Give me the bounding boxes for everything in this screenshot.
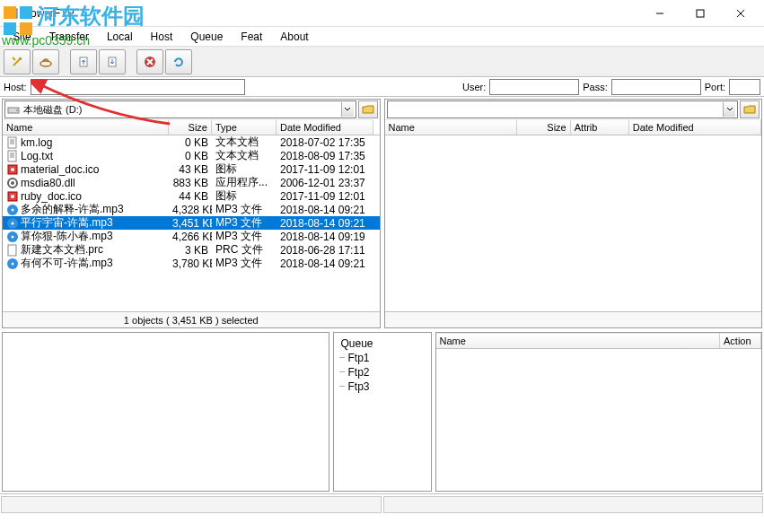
local-path-text: 本地磁盘 (D:) (23, 103, 341, 117)
menu-host[interactable]: Host (142, 29, 182, 45)
file-icon (6, 244, 19, 257)
file-date: 2018-08-14 09:19 (277, 231, 373, 243)
col-date[interactable]: Date Modified (277, 119, 373, 135)
menubar: Site Transfer Local Host Queue Feat Abou… (0, 27, 764, 47)
file-row[interactable]: msdia80.dll883 KB应用程序...2006-12-01 23:37 (3, 176, 380, 189)
local-browse-button[interactable] (358, 100, 378, 118)
col-type[interactable]: Type (212, 119, 277, 135)
file-name: 有何不可-许嵩.mp3 (21, 256, 113, 271)
remote-file-list[interactable] (385, 135, 762, 311)
file-row[interactable]: 多余的解释-许嵩.mp34,328 KBMP3 文件2018-08-14 09:… (3, 203, 380, 216)
user-input[interactable] (489, 79, 579, 95)
file-row[interactable]: 平行宇宙-许嵩.mp33,451 KBMP3 文件2018-08-14 09:2… (3, 216, 380, 230)
tree-root[interactable]: Queue (338, 336, 427, 351)
port-label: Port: (705, 82, 725, 92)
svg-rect-18 (8, 137, 16, 148)
file-row[interactable]: 算你狠-陈小春.mp34,266 KBMP3 文件2018-08-14 09:1… (3, 230, 380, 243)
tree-item[interactable]: Ftp3 (338, 379, 427, 394)
file-name: ruby_doc.ico (21, 190, 82, 203)
disconnect-button[interactable] (32, 49, 59, 74)
svg-point-29 (11, 181, 14, 185)
file-icon (6, 190, 19, 203)
local-status: 1 objects ( 3,451 KB ) selected (3, 311, 380, 327)
file-size: 3,780 KB (169, 257, 212, 270)
local-path-combo[interactable]: 本地磁盘 (D:) (4, 100, 356, 118)
file-size: 3,451 KB (169, 217, 212, 230)
file-date: 2018-08-14 09:21 (277, 204, 373, 216)
file-row[interactable]: Log.txt0 KB文本文档2018-08-09 17:35 (3, 149, 380, 162)
close-button[interactable] (720, 1, 760, 26)
file-row[interactable]: km.log0 KB文本文档2018-07-02 17:35 (3, 135, 380, 149)
user-label: User: (462, 82, 486, 92)
menu-local[interactable]: Local (98, 29, 142, 45)
file-row[interactable]: material_doc.ico43 KB图标2017-11-09 12:01 (3, 162, 380, 176)
port-input[interactable] (729, 79, 760, 95)
col-name[interactable]: Name (385, 119, 517, 135)
file-icon (6, 136, 19, 149)
col-attrib[interactable]: Attrib (571, 119, 629, 135)
col-date[interactable]: Date Modified (629, 119, 761, 135)
svg-point-27 (11, 168, 14, 171)
file-size: 3 KB (169, 244, 212, 257)
local-file-list[interactable]: km.log0 KB文本文档2018-07-02 17:35Log.txt0 K… (3, 135, 380, 311)
file-date: 2018-06-28 17:11 (277, 244, 373, 257)
host-label: Host: (4, 82, 27, 92)
file-date: 2017-11-09 12:01 (277, 163, 373, 176)
col-action[interactable]: Action (720, 333, 761, 348)
tree-item[interactable]: Ftp2 (338, 365, 427, 379)
svg-rect-5 (6, 11, 15, 13)
file-icon (6, 150, 19, 162)
svg-point-40 (12, 262, 14, 265)
file-date: 2006-12-01 23:37 (277, 177, 373, 189)
minimize-button[interactable] (639, 1, 680, 26)
stop-button[interactable] (136, 49, 163, 74)
window-title: PowerFTP (23, 7, 639, 20)
pass-label: Pass: (583, 82, 608, 92)
svg-point-37 (12, 235, 14, 238)
file-icon (6, 217, 19, 230)
file-name: Log.txt (21, 150, 53, 162)
menu-about[interactable]: About (271, 29, 317, 45)
maximize-button[interactable] (680, 1, 720, 26)
remote-path-combo[interactable] (387, 100, 739, 118)
queue-list[interactable] (436, 349, 762, 491)
drive-icon (7, 104, 20, 115)
pass-input[interactable] (611, 79, 701, 95)
remote-browse-button[interactable] (740, 100, 760, 118)
menu-transfer[interactable]: Transfer (40, 29, 98, 45)
svg-point-35 (12, 222, 14, 224)
download-button[interactable] (99, 49, 126, 74)
svg-point-17 (16, 109, 18, 111)
titlebar: PowerFTP (0, 0, 764, 27)
file-row[interactable]: 有何不可-许嵩.mp33,780 KBMP3 文件2018-08-14 09:2… (3, 257, 380, 270)
statusbar (0, 493, 764, 515)
col-size[interactable]: Size (517, 119, 571, 135)
col-size[interactable]: Size (169, 119, 212, 135)
tree-item[interactable]: Ftp1 (338, 351, 427, 365)
refresh-button[interactable] (165, 49, 192, 74)
file-row[interactable]: 新建文本文档.prc3 KBPRC 文件2018-06-28 17:11 (3, 243, 380, 257)
connect-button[interactable] (4, 49, 31, 74)
file-name: msdia80.dll (21, 177, 75, 189)
file-date: 2017-11-09 12:01 (277, 190, 373, 203)
queue-tree[interactable]: Queue Ftp1 Ftp2 Ftp3 (333, 332, 432, 492)
host-input[interactable] (31, 79, 246, 95)
menu-queue[interactable]: Queue (181, 29, 232, 45)
status-segment (383, 496, 764, 513)
menu-site[interactable]: Site (4, 29, 40, 45)
file-name: material_doc.ico (21, 163, 99, 176)
file-icon (6, 204, 19, 216)
dropdown-icon[interactable] (341, 102, 354, 117)
log-panel[interactable] (2, 332, 329, 492)
dropdown-icon[interactable] (723, 102, 735, 117)
col-name[interactable]: Name (436, 333, 721, 348)
file-row[interactable]: ruby_doc.ico44 KB图标2017-11-09 12:01 (3, 189, 380, 203)
col-name[interactable]: Name (3, 119, 169, 135)
file-icon (6, 231, 19, 243)
svg-point-10 (40, 61, 51, 66)
upload-button[interactable] (70, 49, 97, 74)
svg-point-31 (11, 195, 14, 198)
menu-feat[interactable]: Feat (232, 29, 271, 45)
svg-rect-4 (4, 9, 17, 18)
file-size: 0 KB (169, 136, 212, 149)
